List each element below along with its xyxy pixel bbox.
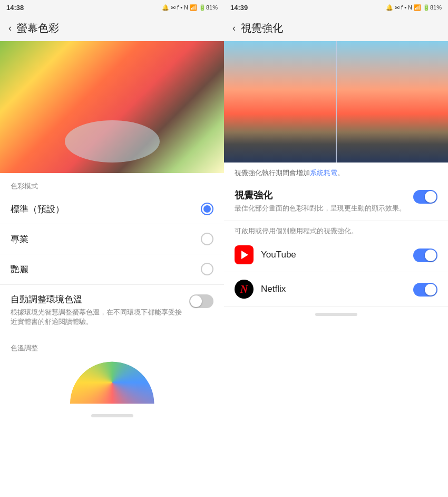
- notification-icon: 🔔: [162, 4, 169, 11]
- youtube-toggle[interactable]: [413, 248, 437, 262]
- signal-icon: N: [184, 4, 188, 11]
- signal-icon-r: N: [408, 4, 412, 11]
- netflix-icon: N: [235, 280, 254, 299]
- netflix-app-item[interactable]: N Netflix: [224, 272, 448, 307]
- notice-text-after: 。: [337, 169, 344, 177]
- back-button-right[interactable]: ‹: [232, 23, 236, 34]
- content-left: 色彩模式 標準（預設） 專業 艷麗 自動調整環境色溫 根據環境光智慧調整螢幕色溫…: [0, 173, 224, 497]
- dot-icon: •: [180, 4, 182, 11]
- message-icon-r: ✉: [395, 4, 400, 11]
- auto-adjust-desc: 根據環境光智慧調整螢幕色溫，在不同環境下都能享受接近實體書的舒適閱讀體驗。: [11, 308, 183, 327]
- radio-standard-circle[interactable]: [201, 203, 213, 215]
- netflix-left: N Netflix: [235, 280, 286, 299]
- preview-divider: [336, 41, 337, 163]
- right-content: 視覺強化執行期間會增加系統耗電。 視覺強化 最佳化部分畫面的色彩和對比，呈現更生…: [224, 163, 448, 497]
- color-wheel[interactable]: [70, 361, 154, 404]
- back-button-left[interactable]: ‹: [8, 23, 12, 34]
- youtube-left: YouTube: [235, 245, 296, 264]
- auto-adjust-section: 自動調整環境色溫 根據環境光智慧調整螢幕色溫，在不同環境下都能享受接近實體書的舒…: [0, 284, 224, 335]
- vivid-row: 視覺強化 最佳化部分畫面的色彩和對比，呈現更生動的顯示效果。: [235, 189, 437, 214]
- notice-link[interactable]: 系統耗電: [310, 169, 337, 177]
- color-temp-label: 色溫調整: [11, 343, 213, 353]
- left-panel: 14:38 🔔 ✉ f • N 📶 🔋81% ‹ 螢幕色彩 色彩模式 標準（預設…: [0, 0, 224, 497]
- battery-icon-r: 🔋81%: [423, 4, 442, 11]
- radio-professional-label: 專業: [11, 233, 28, 245]
- youtube-icon: [235, 245, 254, 264]
- auto-adjust-text: 自動調整環境色溫 根據環境光智慧調整螢幕色溫，在不同環境下都能享受接近實體書的舒…: [11, 293, 183, 327]
- auto-adjust-title: 自動調整環境色溫: [11, 293, 183, 305]
- bottom-nav-bar-right: [315, 313, 357, 316]
- radio-vivid-circle[interactable]: [201, 263, 213, 275]
- message-icon: ✉: [171, 4, 176, 11]
- notice-text: 視覺強化執行期間會增加系統耗電。: [224, 163, 448, 181]
- youtube-app-item[interactable]: YouTube: [224, 238, 448, 272]
- netflix-label: Netflix: [261, 284, 286, 294]
- page-title-left: 螢幕色彩: [17, 21, 59, 35]
- color-mode-section-label: 色彩模式: [0, 173, 224, 194]
- wifi-icon: 📶: [190, 4, 197, 11]
- status-time-left: 14:38: [6, 4, 24, 12]
- landscape-preview: [224, 41, 448, 163]
- vivid-text: 視覺強化 最佳化部分畫面的色彩和對比，呈現更生動的顯示效果。: [235, 189, 406, 214]
- netflix-toggle[interactable]: [413, 283, 437, 297]
- notice-text-before: 視覺強化執行期間會增加: [235, 169, 310, 177]
- right-panel: 14:39 🔔 ✉ f • N 📶 🔋81% ‹ 視覺強化 視覺強化執行期間會增…: [224, 0, 448, 497]
- notification-icon-r: 🔔: [386, 4, 393, 11]
- radio-professional-circle[interactable]: [201, 233, 213, 245]
- battery-icon: 🔋81%: [199, 4, 218, 11]
- netflix-n-letter: N: [240, 283, 248, 295]
- radio-standard-label: 標準（預設）: [11, 203, 64, 215]
- auto-adjust-toggle[interactable]: [189, 294, 213, 308]
- status-time-right: 14:39: [230, 4, 248, 12]
- radio-professional[interactable]: 專業: [0, 224, 224, 254]
- bottom-nav-bar-left: [91, 414, 133, 417]
- page-header-right: ‹ 視覺強化: [224, 15, 448, 41]
- status-icons-right: 🔔 ✉ f • N 📶 🔋81%: [386, 4, 442, 11]
- radio-vivid-label: 艷麗: [11, 263, 28, 275]
- page-header-left: ‹ 螢幕色彩: [0, 15, 224, 41]
- vivid-toggle[interactable]: [413, 190, 437, 204]
- radio-vivid[interactable]: 艷麗: [0, 254, 224, 284]
- sub-notice: 可啟用或停用個別應用程式的視覺強化。: [224, 221, 448, 238]
- fruit-bowl-preview: [0, 41, 224, 173]
- vivid-desc: 最佳化部分畫面的色彩和對比，呈現更生動的顯示效果。: [235, 204, 406, 214]
- status-icons-left: 🔔 ✉ f • N 📶 🔋81%: [162, 4, 218, 11]
- youtube-play-icon: [241, 251, 248, 259]
- wifi-icon-r: 📶: [414, 4, 421, 11]
- fb-icon: f: [177, 4, 179, 11]
- radio-standard[interactable]: 標準（預設）: [0, 194, 224, 224]
- youtube-label: YouTube: [261, 250, 296, 260]
- auto-adjust-row: 自動調整環境色溫 根據環境光智慧調整螢幕色溫，在不同環境下都能享受接近實體書的舒…: [11, 293, 213, 327]
- fb-icon-r: f: [401, 4, 403, 11]
- vivid-title: 視覺強化: [235, 189, 406, 202]
- status-bar-right: 14:39 🔔 ✉ f • N 📶 🔋81%: [224, 0, 448, 15]
- page-title-right: 視覺強化: [241, 21, 283, 35]
- vivid-enhancement-section: 視覺強化 最佳化部分畫面的色彩和對比，呈現更生動的顯示效果。: [224, 181, 448, 222]
- color-temp-section: 色溫調整: [0, 335, 224, 408]
- dot-icon-r: •: [404, 4, 406, 11]
- status-bar-left: 14:38 🔔 ✉ f • N 📶 🔋81%: [0, 0, 224, 15]
